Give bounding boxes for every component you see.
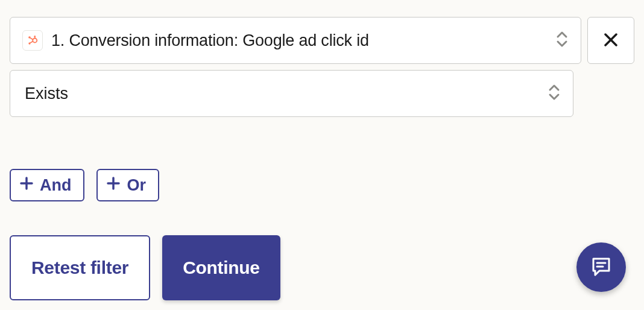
field-selector-label-wrap: 1. Conversion information: Google ad cli… (22, 30, 369, 51)
sort-icon (555, 30, 569, 51)
action-buttons-row: Retest filter Continue (10, 235, 634, 300)
filter-field-row: 1. Conversion information: Google ad cli… (10, 17, 634, 64)
svg-point-2 (33, 39, 37, 43)
add-or-button[interactable]: Or (96, 169, 159, 201)
and-label: And (40, 176, 71, 195)
retest-label: Retest filter (31, 258, 128, 278)
svg-point-6 (34, 36, 36, 37)
chat-icon (589, 255, 613, 280)
logic-operators-row: And Or (10, 169, 634, 201)
help-chat-button[interactable] (576, 242, 626, 292)
sort-icon (548, 83, 561, 104)
filter-condition-row: Exists (10, 70, 634, 117)
condition-selector-label: Exists (22, 84, 68, 103)
hubspot-icon (22, 30, 43, 51)
filter-builder-panel: 1. Conversion information: Google ad cli… (0, 0, 644, 310)
svg-line-4 (30, 41, 33, 43)
continue-button[interactable]: Continue (162, 235, 280, 300)
close-icon (602, 31, 619, 50)
field-selector[interactable]: 1. Conversion information: Google ad cli… (10, 17, 581, 64)
remove-filter-button[interactable] (587, 17, 634, 64)
retest-filter-button[interactable]: Retest filter (10, 235, 150, 300)
plus-icon (106, 176, 121, 195)
plus-icon (19, 176, 34, 195)
continue-label: Continue (183, 258, 260, 278)
svg-line-3 (30, 38, 33, 40)
add-and-button[interactable]: And (10, 169, 84, 201)
condition-selector[interactable]: Exists (10, 70, 573, 117)
or-label: Or (127, 176, 146, 195)
field-selector-label: 1. Conversion information: Google ad cli… (51, 31, 369, 50)
